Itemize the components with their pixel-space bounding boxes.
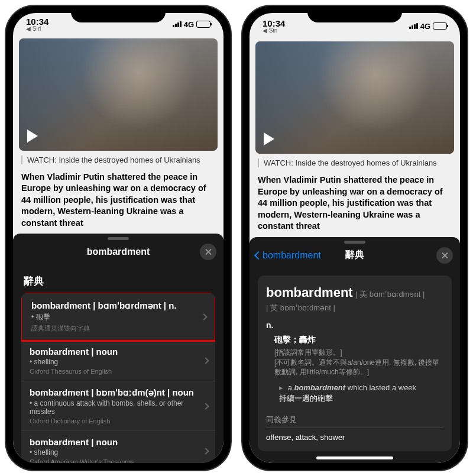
home-indicator[interactable]: [316, 456, 393, 459]
close-button[interactable]: [200, 244, 216, 260]
status-back-to-app[interactable]: ◀ Siri: [263, 28, 285, 34]
phone-mockup-right: 10:34 ◀ Siri 4G WATCH: Inside the destro…: [242, 6, 467, 470]
usage-note: [指該詞常用單數形。]: [274, 348, 443, 358]
definition: 砲擊；轟炸: [274, 335, 443, 345]
chevron-right-icon: [202, 403, 209, 409]
entry-sub: • 砲擊: [31, 312, 196, 322]
signal-icon: [173, 21, 182, 27]
entry-sub: • shelling: [30, 448, 197, 456]
entry-title: bombardment | bɒmˈbɑːdm(ə)nt | noun: [30, 387, 197, 398]
device-notch: [71, 6, 166, 22]
dictionary-entry[interactable]: bombardment | noun • shelling Oxford Ame…: [21, 431, 215, 463]
signal-icon: [409, 23, 418, 29]
entry-title: bombardment | noun: [30, 347, 197, 357]
entry-title: bombardment | bɑmˈbɑrdmənt | n.: [31, 300, 196, 311]
article-paragraph: When Vladimir Putin shattered the peace …: [258, 174, 452, 232]
play-icon: [27, 129, 38, 143]
screen: 10:34 ◀ Siri 4G WATCH: Inside the destro…: [13, 13, 223, 463]
screen: 10:34 ◀ Siri 4G WATCH: Inside the destro…: [250, 13, 460, 463]
lookup-sheet: bombardment 辭典 bombardment | bɑmˈbɑrdmən…: [13, 234, 223, 463]
video-caption: WATCH: Inside the destroyed homes of Ukr…: [258, 158, 452, 167]
dictionary-entry[interactable]: bombardment | bɑmˈbɑrdmənt | n. • 砲擊 譯典通…: [23, 294, 213, 339]
pronunciation-us: | 美 bɑmˈbɑrdmənt |: [355, 290, 425, 299]
entry-title: bombardment | noun: [30, 437, 197, 447]
chevron-right-icon: [200, 313, 207, 320]
sheet-header: bombardment 辭典: [250, 244, 460, 267]
device-notch: [307, 6, 402, 22]
usage-note: [不可數名詞。通常不與a/an/one連用, 無複數, 後接單數動詞, 用lit…: [274, 358, 443, 378]
dictionary-list: bombardment | bɑmˈbɑrdmənt | n. • 砲擊 譯典通…: [21, 293, 215, 463]
status-time: 10:34: [26, 17, 48, 26]
synonyms: offense, attack, shower: [266, 433, 443, 442]
status-time: 10:34: [263, 19, 285, 28]
pronunciation-uk: | 英 bɒmˈbɑːdmənt |: [266, 303, 443, 313]
play-icon: [264, 132, 274, 145]
dictionary-entry[interactable]: bombardment | bɒmˈbɑːdm(ə)nt | noun • a …: [21, 381, 215, 431]
article-content: WATCH: Inside the destroyed homes of Ukr…: [250, 39, 460, 237]
video-thumbnail[interactable]: [19, 38, 218, 151]
back-label: bombardment: [263, 250, 321, 261]
definition-card: bombardment | 美 bɑmˈbɑrdmənt | | 英 bɒmˈb…: [258, 276, 452, 451]
entry-source: Oxford Dictionary of English: [30, 417, 197, 425]
video-thumbnail[interactable]: [255, 41, 454, 154]
status-indicators: 4G: [173, 20, 210, 29]
sheet-header: bombardment: [13, 240, 223, 264]
close-button[interactable]: [436, 247, 453, 264]
battery-icon: [196, 21, 210, 28]
article-paragraph: When Vladimir Putin shattered the peace …: [21, 171, 215, 229]
phone-mockup-left: 10:34 ◀ Siri 4G WATCH: Inside the destro…: [6, 6, 231, 470]
example-sentence: ▸ a bombardment which lasted a week: [279, 383, 443, 392]
entry-sub: • a continuous attack with bombs, shells…: [30, 399, 197, 416]
headword: bombardment: [266, 285, 353, 300]
synonyms-label: 同義參見: [266, 415, 443, 428]
dictionary-entry[interactable]: bombardment | noun • shelling Oxford The…: [21, 341, 215, 381]
chevron-right-icon: [202, 358, 209, 364]
article-content: WATCH: Inside the destroyed homes of Ukr…: [13, 36, 223, 234]
entry-source: Oxford American Writer's Thesaurus: [30, 458, 197, 463]
lookup-sheet: bombardment 辭典 bombardment | 美 bɑmˈbɑrdm…: [250, 237, 460, 463]
chevron-left-icon: [254, 251, 263, 260]
entry-sub: • shelling: [30, 358, 197, 366]
battery-icon: [433, 22, 447, 30]
entry-source: Oxford Thesaurus of English: [30, 368, 197, 375]
section-label: 辭典: [24, 274, 213, 288]
status-indicators: 4G: [409, 22, 447, 31]
network-label: 4G: [420, 22, 430, 31]
back-button[interactable]: bombardment: [255, 250, 321, 261]
chevron-right-icon: [202, 448, 209, 455]
network-label: 4G: [184, 20, 194, 29]
status-back-to-app[interactable]: ◀ Siri: [26, 26, 48, 32]
example-translation: 持續一週的砲擊: [279, 393, 443, 404]
sheet-title: 辭典: [345, 249, 364, 261]
highlighted-selection: bombardment | bɑmˈbɑrdmənt | n. • 砲擊 譯典通…: [21, 293, 215, 342]
video-caption: WATCH: Inside the destroyed homes of Ukr…: [21, 156, 215, 164]
sheet-title: bombardment: [87, 247, 150, 257]
entry-source: 譯典通英漢雙向字典: [31, 324, 196, 333]
part-of-speech: n.: [266, 320, 443, 330]
